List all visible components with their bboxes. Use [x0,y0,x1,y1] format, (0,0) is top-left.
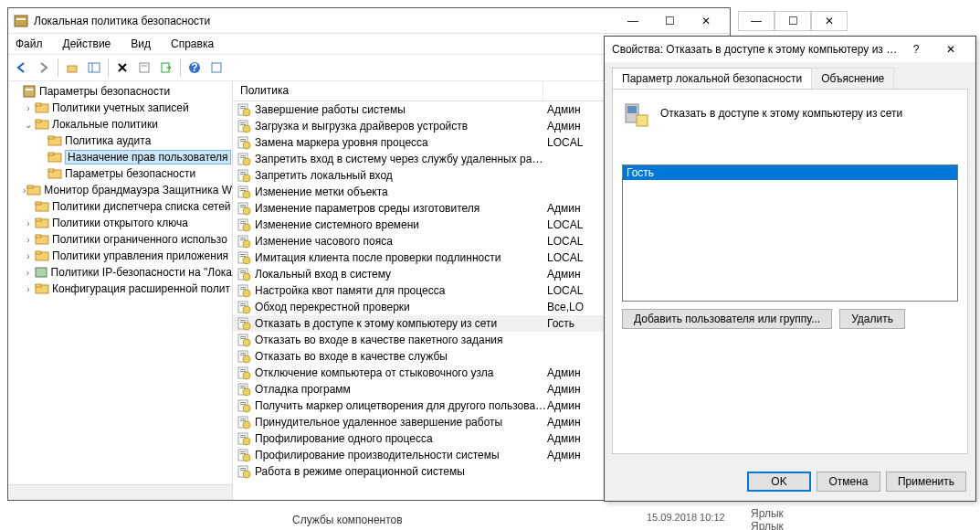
svg-rect-70 [240,239,246,240]
dialog-titlebar: Свойства: Отказать в доступе к этому ком… [605,37,975,62]
policy-icon [237,234,251,249]
tree-item-label: Политика аудита [65,134,151,147]
column-policy[interactable]: Политика [233,81,543,101]
tree-item[interactable]: Назначение прав пользователя [8,149,232,165]
forward-button[interactable] [34,58,54,78]
menu-help[interactable]: Справка [167,36,217,52]
tree-pane[interactable]: Параметры безопасности›Политики учетных … [8,81,233,500]
delete-button[interactable] [112,58,132,78]
members-list[interactable]: Гость [622,164,958,302]
tree-expander-icon[interactable]: › [23,284,34,294]
tree-item[interactable]: Политика аудита [8,132,232,149]
dialog-help-button[interactable]: ? [899,37,933,61]
refresh-button[interactable] [206,58,227,78]
svg-point-39 [243,109,250,116]
horizontal-scrollbar[interactable] [8,484,232,500]
svg-point-47 [243,142,250,149]
folder-icon [35,199,49,214]
menu-file[interactable]: Файл [12,36,47,52]
tree-expander-icon[interactable]: › [23,268,33,278]
policy-name: Имитация клиента после проверки подлинно… [255,251,547,264]
tree-item[interactable]: ›Монитор брандмауэра Защитника W [8,182,232,198]
svg-rect-12 [26,89,33,90]
properties-button[interactable] [134,58,154,78]
tree-item[interactable]: ⌄Локальные политики [8,116,232,132]
tree-item[interactable]: ›Политики ограниченного использо [8,231,232,248]
policy-icon [237,316,251,331]
tree-expander-icon[interactable]: › [23,103,34,113]
svg-rect-38 [240,108,246,109]
ok-button[interactable]: OK [747,472,811,492]
tree-item-label: Параметры безопасности [65,167,195,180]
apply-button[interactable]: Применить [886,472,966,492]
folder-icon [35,117,49,132]
tree-item[interactable]: Политики диспетчера списка сетей [8,198,232,215]
back-button[interactable] [12,58,32,78]
dialog-close-button[interactable]: ✕ [933,37,968,61]
tree-item[interactable]: Параметры безопасности [8,83,232,100]
svg-rect-46 [240,141,246,142]
tree-item[interactable]: ›Политики учетных записей [8,100,232,116]
tree-expander-icon[interactable]: › [23,218,34,228]
tree-item[interactable]: ›Политики управления приложения [8,248,232,264]
policy-name: Замена маркера уровня процесса [255,136,547,149]
tree-item-label: Назначение прав пользователя [65,150,231,164]
svg-rect-126 [240,470,246,471]
svg-rect-113 [240,419,246,419]
tree-expander-icon[interactable]: ⌄ [23,120,34,130]
up-button[interactable] [62,58,82,78]
tree-item-label: Политики управления приложения [52,249,228,262]
policy-name: Профилирование производительности систем… [255,449,547,461]
show-tree-button[interactable] [84,58,104,78]
svg-rect-57 [240,188,246,189]
svg-rect-110 [240,404,246,405]
policy-name: Загрузка и выгрузка драйверов устройств [255,120,547,132]
policy-icon [237,333,251,347]
svg-rect-16 [36,120,41,122]
remove-button[interactable]: Удалить [839,309,905,329]
policy-name: Профилирование одного процесса [255,432,547,445]
help-button[interactable]: ? [184,58,205,78]
svg-rect-10 [212,63,221,72]
minimize-button[interactable]: — [615,9,651,33]
cancel-button[interactable]: Отмена [817,472,880,492]
window-title: Локальная политика безопасности [34,15,615,27]
add-user-button[interactable]: Добавить пользователя или группу... [622,309,832,329]
tab-local-security[interactable]: Параметр локальной безопасности [612,68,812,89]
menu-view[interactable]: Вид [127,36,154,52]
svg-rect-114 [240,420,246,421]
svg-rect-77 [240,270,246,271]
titlebar: Локальная политика безопасности — ☐ ✕ [8,8,730,34]
svg-rect-81 [240,287,246,288]
policy-icon [237,102,251,117]
svg-rect-45 [240,139,246,140]
tree-expander-icon[interactable]: › [23,235,34,245]
svg-rect-122 [240,453,246,454]
tree-item[interactable]: ›Политики IP-безопасности на "Лока [8,264,232,281]
folder-icon [47,166,62,181]
export-button[interactable] [156,58,176,78]
policy-name: Отказать во входе в качестве службы [255,350,547,363]
tree-expander-icon[interactable]: › [23,186,26,196]
policy-name: Настройка квот памяти для процесса [255,284,547,297]
tree-item[interactable]: ›Конфигурация расширенной полит [8,281,232,297]
svg-rect-58 [240,190,246,191]
policy-name-label: Отказать в доступе к этому компьютеру из… [660,107,902,120]
tree-item[interactable]: Параметры безопасности [8,165,232,182]
menu-action[interactable]: Действие [59,36,115,52]
maximize-button[interactable]: ☐ [651,9,688,33]
svg-rect-3 [89,63,100,72]
svg-rect-98 [240,355,246,355]
folder-icon [35,216,49,230]
tab-explanation[interactable]: Объяснение [811,68,894,89]
svg-rect-86 [240,305,246,306]
svg-rect-5 [140,63,149,72]
member-item[interactable]: Гость [623,165,957,180]
policy-name: Отключение компьютера от стыковочного уз… [255,366,547,379]
tree-item[interactable]: ›Политики открытого ключа [8,215,232,231]
folder-icon [35,281,49,296]
tree-expander-icon[interactable]: › [23,251,34,261]
svg-rect-125 [240,468,246,469]
close-button[interactable]: ✕ [688,9,724,33]
tree-item-label: Политики ограниченного использо [52,233,227,246]
